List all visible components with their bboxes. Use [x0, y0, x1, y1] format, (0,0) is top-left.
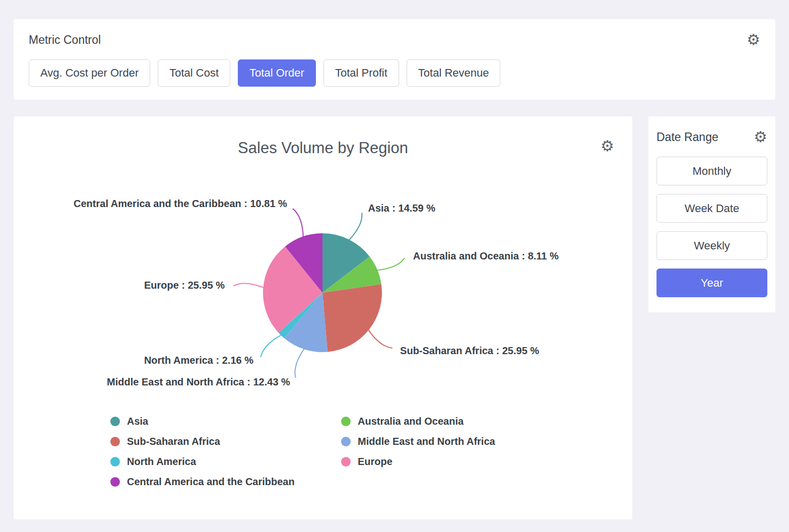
date-range-card: Date Range ⚙ MonthlyWeek DateWeeklyYear [648, 116, 775, 312]
pie-slice-label: Europe : 25.95 % [144, 280, 225, 291]
label-leader-line [293, 209, 303, 238]
metric-control-card: Metric Control ⚙ Avg. Cost per OrderTota… [14, 19, 775, 100]
sales-volume-chart-card: Sales Volume by Region ⚙ Asia : 14.59 %A… [14, 116, 632, 519]
legend-item-north-america[interactable]: North America [110, 456, 341, 468]
legend-item-middle-east-and-north-africa[interactable]: Middle East and North Africa [341, 436, 495, 447]
gear-icon[interactable]: ⚙ [754, 129, 767, 145]
metric-button-total-order[interactable]: Total Order [238, 59, 316, 87]
legend-label: Europe [358, 456, 392, 468]
legend-dot [110, 417, 120, 426]
date-button-monthly[interactable]: Monthly [656, 157, 767, 185]
pie-slice-label: Sub-Saharan Africa : 25.95 % [400, 345, 539, 356]
date-button-year[interactable]: Year [656, 269, 767, 297]
metric-control-header: Metric Control ⚙ [29, 32, 760, 47]
date-range-title: Date Range [656, 130, 718, 144]
label-leader-line [261, 334, 283, 357]
dashboard-page: Metric Control ⚙ Avg. Cost per OrderTota… [0, 0, 789, 532]
metric-control-title: Metric Control [29, 33, 101, 47]
pie-slice-label: Australia and Oceania : 8.11 % [413, 250, 559, 261]
metric-button-total-cost[interactable]: Total Cost [158, 59, 230, 87]
label-leader-line [348, 213, 362, 241]
legend-dot [110, 457, 120, 467]
legend-item-europe[interactable]: Europe [341, 456, 495, 468]
legend-dot [110, 477, 120, 487]
legend-dot [110, 437, 120, 446]
legend-label: Australia and Oceania [358, 416, 464, 427]
legend-label: Asia [127, 416, 148, 427]
metric-button-group: Avg. Cost per OrderTotal CostTotal Order… [29, 59, 760, 87]
legend-dot [341, 417, 351, 426]
pie-slice-label: Central America and the Caribbean : 10.8… [74, 198, 287, 209]
pie-slice-label: North America : 2.16 % [144, 355, 253, 366]
legend-dot [341, 437, 351, 446]
legend-item-australia-and-oceania[interactable]: Australia and Oceania [341, 416, 495, 427]
gear-icon[interactable]: ⚙ [747, 32, 760, 47]
metric-button-avg-cost-per-order[interactable]: Avg. Cost per Order [29, 59, 150, 87]
pie-slice-sub-saharan-africa[interactable] [322, 284, 382, 352]
date-button-week-date[interactable]: Week Date [656, 194, 767, 223]
legend-item-central-america-and-the-caribbean[interactable]: Central America and the Caribbean [110, 476, 341, 488]
date-button-weekly[interactable]: Weekly [656, 231, 767, 260]
pie-slice-label: Asia : 14.59 % [368, 203, 436, 214]
chart-title: Sales Volume by Region [14, 139, 632, 157]
chart-legend: AsiaAustralia and OceaniaSub-Saharan Afr… [110, 416, 495, 488]
legend-label: Central America and the Caribbean [127, 476, 295, 488]
label-leader-line [375, 258, 405, 271]
date-range-header: Date Range ⚙ [656, 129, 767, 145]
metric-button-total-revenue[interactable]: Total Revenue [407, 59, 501, 87]
legend-item-asia[interactable]: Asia [110, 416, 341, 427]
legend-label: Sub-Saharan Africa [127, 436, 220, 447]
legend-label: Middle East and North Africa [358, 436, 495, 447]
date-range-button-group: MonthlyWeek DateWeeklyYear [656, 157, 767, 297]
main-row: Sales Volume by Region ⚙ Asia : 14.59 %A… [14, 116, 775, 519]
label-leader-line [367, 328, 392, 348]
legend-dot [341, 457, 351, 467]
metric-button-total-profit[interactable]: Total Profit [323, 59, 399, 87]
legend-item-sub-saharan-africa[interactable]: Sub-Saharan Africa [110, 436, 341, 447]
gear-icon[interactable]: ⚙ [601, 139, 614, 154]
label-leader-line [295, 348, 305, 378]
label-leader-line [234, 284, 266, 289]
legend-label: North America [127, 456, 196, 468]
pie-slice-label: Middle East and North Africa : 12.43 % [107, 376, 290, 387]
pie-chart: Asia : 14.59 %Australia and Oceania : 8.… [14, 168, 632, 405]
